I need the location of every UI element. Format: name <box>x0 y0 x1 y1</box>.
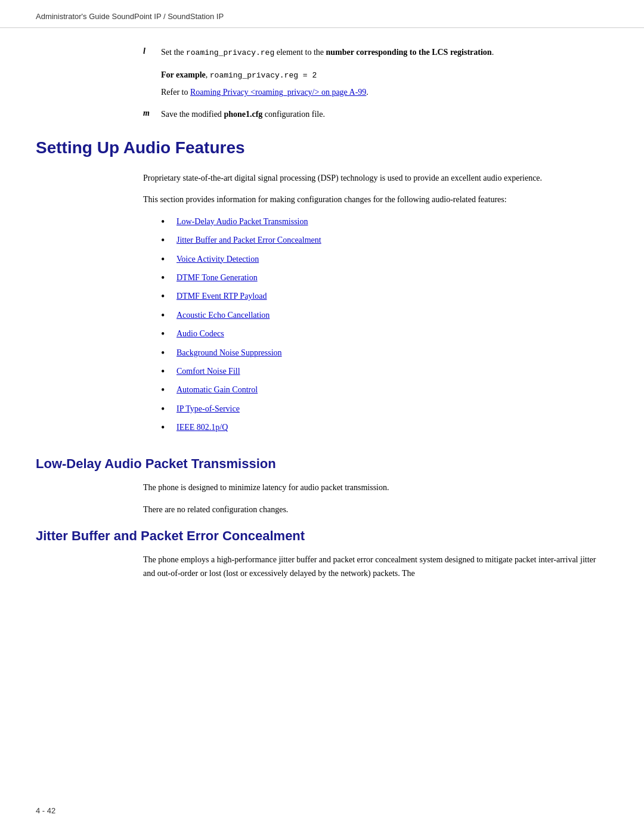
low-delay-para1: The phone is designed to minimize latenc… <box>143 481 608 494</box>
link-low-delay[interactable]: Low-Delay Audio Packet Transmission <box>177 215 308 228</box>
step-letter-m: m <box>143 108 161 120</box>
step-letter-l: l <box>143 46 161 59</box>
link-voice-activity[interactable]: Voice Activity Detection <box>177 253 259 265</box>
intro-section: l Set the roaming_privacy.reg element to… <box>143 46 608 120</box>
main-content: Proprietary state-of-the-art digital sig… <box>143 172 608 435</box>
list-item: • Automatic Gain Control <box>161 383 608 397</box>
step-l-content: Set the roaming_privacy.reg element to t… <box>161 46 608 59</box>
header-text: Administrator's Guide SoundPoint IP / So… <box>36 12 224 21</box>
example-line: For example, roaming_privacy.reg = 2 <box>161 69 608 82</box>
feature-list: • Low-Delay Audio Packet Transmission • … <box>161 215 608 435</box>
list-item: • Voice Activity Detection <box>161 253 608 267</box>
bullet-dot: • <box>161 215 172 229</box>
bullet-dot: • <box>161 365 172 379</box>
link-automatic-gain[interactable]: Automatic Gain Control <box>177 383 258 396</box>
link-background-noise[interactable]: Background Noise Suppression <box>177 346 282 359</box>
link-jitter-buffer[interactable]: Jitter Buffer and Packet Error Concealme… <box>177 234 321 246</box>
list-item: • Jitter Buffer and Packet Error Conceal… <box>161 234 608 247</box>
low-delay-section: Low-Delay Audio Packet Transmission The … <box>36 456 608 516</box>
bullet-dot: • <box>161 383 172 397</box>
list-item: • DTMF Tone Generation <box>161 271 608 285</box>
step-m: m Save the modified phone1.cfg configura… <box>143 108 608 120</box>
refer-line: Refer to Roaming Privacy <roaming_privac… <box>161 86 608 98</box>
subsection2-title: Jitter Buffer and Packet Error Concealme… <box>36 528 608 544</box>
page-number: 4 - 42 <box>36 806 55 815</box>
link-dtmf-event[interactable]: DTMF Event RTP Payload <box>177 290 267 302</box>
bullet-dot: • <box>161 402 172 416</box>
list-item: • IEEE 802.1p/Q <box>161 421 608 435</box>
link-audio-codecs[interactable]: Audio Codecs <box>177 327 224 340</box>
list-item: • Background Noise Suppression <box>161 346 608 360</box>
link-dtmf-tone[interactable]: DTMF Tone Generation <box>177 271 258 284</box>
jitter-buffer-para1: The phone employs a high-performance jit… <box>143 553 608 580</box>
link-ieee[interactable]: IEEE 802.1p/Q <box>177 421 228 433</box>
content-area: l Set the roaming_privacy.reg element to… <box>0 28 644 624</box>
bullet-dot: • <box>161 327 172 341</box>
step-m-content: Save the modified phone1.cfg configurati… <box>161 108 608 120</box>
jitter-buffer-content: The phone employs a high-performance jit… <box>143 553 608 580</box>
list-item: • IP Type-of-Service <box>161 402 608 416</box>
bullet-dot: • <box>161 253 172 267</box>
jitter-buffer-section: Jitter Buffer and Packet Error Concealme… <box>36 528 608 580</box>
section-intro-2: This section provides information for ma… <box>143 193 608 206</box>
bullet-dot: • <box>161 290 172 304</box>
list-item: • Low-Delay Audio Packet Transmission <box>161 215 608 229</box>
page-container: Administrator's Guide SoundPoint IP / So… <box>0 0 644 833</box>
low-delay-content: The phone is designed to minimize latenc… <box>143 481 608 516</box>
section-intro-1: Proprietary state-of-the-art digital sig… <box>143 172 608 185</box>
bullet-dot: • <box>161 309 172 323</box>
bullet-dot: • <box>161 421 172 435</box>
list-item: • Acoustic Echo Cancellation <box>161 309 608 323</box>
code-roaming-privacy-reg: roaming_privacy.reg <box>186 48 274 57</box>
link-comfort-noise[interactable]: Comfort Noise Fill <box>177 365 240 377</box>
bullet-dot: • <box>161 234 172 247</box>
audio-features-section: Setting Up Audio Features <box>36 138 608 157</box>
link-ip-type[interactable]: IP Type-of-Service <box>177 402 240 415</box>
link-acoustic-echo[interactable]: Acoustic Echo Cancellation <box>177 309 270 321</box>
list-item: • Audio Codecs <box>161 327 608 341</box>
roaming-privacy-link[interactable]: Roaming Privacy <roaming_privacy/> on pa… <box>190 88 366 97</box>
bullet-dot: • <box>161 271 172 285</box>
bullet-dot: • <box>161 346 172 360</box>
list-item: • DTMF Event RTP Payload <box>161 290 608 304</box>
list-item: • Comfort Noise Fill <box>161 365 608 379</box>
step-l: l Set the roaming_privacy.reg element to… <box>143 46 608 59</box>
section-title: Setting Up Audio Features <box>36 138 608 157</box>
page-header: Administrator's Guide SoundPoint IP / So… <box>0 0 644 28</box>
low-delay-para2: There are no related configuration chang… <box>143 503 608 516</box>
subsection1-title: Low-Delay Audio Packet Transmission <box>36 456 608 472</box>
code-example: roaming_privacy.reg = 2 <box>210 71 317 80</box>
